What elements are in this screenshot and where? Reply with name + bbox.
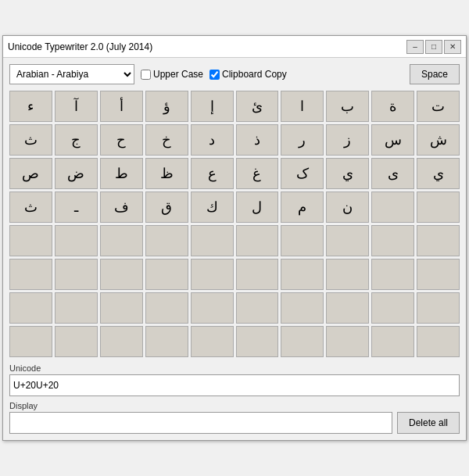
char-cell[interactable]: ة xyxy=(371,91,414,122)
char-cell xyxy=(100,326,143,357)
char-cell[interactable]: غ xyxy=(236,158,279,189)
char-cell[interactable]: ى xyxy=(371,158,414,189)
char-cell[interactable]: س xyxy=(371,124,414,156)
char-cell xyxy=(55,259,98,290)
display-row: Delete all xyxy=(9,412,460,434)
char-cell xyxy=(417,326,460,357)
char-cell[interactable]: ض xyxy=(55,158,98,189)
char-cell[interactable]: ء xyxy=(9,91,52,122)
char-cell[interactable]: ف xyxy=(100,191,143,223)
char-cell xyxy=(371,292,414,324)
char-cell[interactable]: ز xyxy=(326,124,369,156)
char-cell xyxy=(236,225,279,256)
main-window: Unicode Typewriter 2.0 (July 2014) – □ ✕… xyxy=(2,35,467,441)
char-cell xyxy=(281,225,324,256)
char-cell[interactable]: ج xyxy=(55,124,98,156)
char-cell[interactable]: ك xyxy=(191,191,234,223)
char-cell xyxy=(281,292,324,324)
char-cell xyxy=(100,259,143,290)
char-cell[interactable]: ت xyxy=(417,91,460,122)
toolbar: Arabian - Arabiya Upper Case Clipboard C… xyxy=(9,64,460,84)
char-cell xyxy=(191,292,234,324)
char-cell xyxy=(55,225,98,256)
title-bar: Unicode Typewriter 2.0 (July 2014) – □ ✕ xyxy=(3,36,466,58)
char-cell[interactable]: ؤ xyxy=(145,91,188,122)
language-select[interactable]: Arabian - Arabiya xyxy=(9,64,134,84)
display-input[interactable] xyxy=(9,412,392,434)
char-cell xyxy=(191,225,234,256)
char-cell xyxy=(371,326,414,357)
char-cell[interactable]: ذ xyxy=(236,124,279,156)
char-cell xyxy=(145,225,188,256)
char-cell[interactable]: ک xyxy=(281,158,324,189)
char-cell[interactable]: ي xyxy=(326,158,369,189)
char-cell[interactable]: ش xyxy=(417,124,460,156)
char-cell[interactable]: ع xyxy=(191,158,234,189)
char-cell xyxy=(236,326,279,357)
char-cell[interactable]: ي xyxy=(417,158,460,189)
char-cell xyxy=(326,225,369,256)
char-cell xyxy=(9,259,52,290)
char-cell[interactable]: آ xyxy=(55,91,98,122)
char-cell xyxy=(55,326,98,357)
char-cell xyxy=(236,292,279,324)
char-cell xyxy=(9,225,52,256)
char-cell[interactable]: ئ xyxy=(236,91,279,122)
char-cell xyxy=(417,191,460,223)
char-cell[interactable]: أ xyxy=(100,91,143,122)
char-cell[interactable]: خ xyxy=(145,124,188,156)
char-cell[interactable]: ن xyxy=(326,191,369,223)
display-label: Display xyxy=(9,401,460,410)
char-cell xyxy=(191,259,234,290)
char-cell xyxy=(417,259,460,290)
clipboard-label[interactable]: Clipboard Copy xyxy=(209,69,287,80)
space-button[interactable]: Space xyxy=(410,64,460,84)
window-controls: – □ ✕ xyxy=(406,40,461,54)
char-cell xyxy=(371,225,414,256)
char-cell[interactable]: م xyxy=(281,191,324,223)
char-cell[interactable]: د xyxy=(191,124,234,156)
char-cell[interactable]: ب xyxy=(326,91,369,122)
char-cell[interactable]: ح xyxy=(100,124,143,156)
char-cell xyxy=(100,292,143,324)
char-cell xyxy=(371,259,414,290)
char-cell xyxy=(417,292,460,324)
window-title: Unicode Typewriter 2.0 (July 2014) xyxy=(8,41,406,52)
unicode-label: Unicode xyxy=(9,363,460,373)
uppercase-checkbox[interactable] xyxy=(141,70,151,80)
maximize-button[interactable]: □ xyxy=(425,40,442,54)
unicode-input[interactable] xyxy=(9,374,460,396)
char-cell[interactable]: ر xyxy=(281,124,324,156)
char-cell xyxy=(145,259,188,290)
char-cell xyxy=(191,326,234,357)
char-cell[interactable]: ا xyxy=(281,91,324,122)
char-cell xyxy=(9,326,52,357)
main-content: Arabian - Arabiya Upper Case Clipboard C… xyxy=(3,58,466,440)
char-cell[interactable]: ل xyxy=(236,191,279,223)
char-cell[interactable]: ث xyxy=(9,191,52,223)
char-cell xyxy=(326,259,369,290)
delete-all-button[interactable]: Delete all xyxy=(397,412,460,434)
char-cell xyxy=(417,225,460,256)
char-cell xyxy=(100,225,143,256)
char-cell[interactable]: إ xyxy=(191,91,234,122)
char-cell xyxy=(326,292,369,324)
close-button[interactable]: ✕ xyxy=(444,40,461,54)
char-cell[interactable]: ـ xyxy=(55,191,98,223)
char-cell[interactable]: ظ xyxy=(145,158,188,189)
uppercase-label-text: Upper Case xyxy=(153,69,203,80)
char-cell[interactable]: ص xyxy=(9,158,52,189)
clipboard-checkbox[interactable] xyxy=(209,70,220,80)
character-grid: ءآأؤإئابةتثجحخدذرزسشصضطظعغکيىيثـفقكلمن xyxy=(9,91,460,357)
minimize-button[interactable]: – xyxy=(406,40,424,54)
bottom-section: Unicode Display Delete all xyxy=(9,363,460,434)
char-cell xyxy=(55,292,98,324)
uppercase-label[interactable]: Upper Case xyxy=(141,69,203,80)
char-cell xyxy=(145,292,188,324)
char-cell[interactable]: ق xyxy=(145,191,188,223)
char-cell[interactable]: ث xyxy=(9,124,52,156)
char-cell[interactable]: ط xyxy=(100,158,143,189)
char-cell xyxy=(281,259,324,290)
char-cell xyxy=(9,292,52,324)
char-cell xyxy=(371,191,414,223)
